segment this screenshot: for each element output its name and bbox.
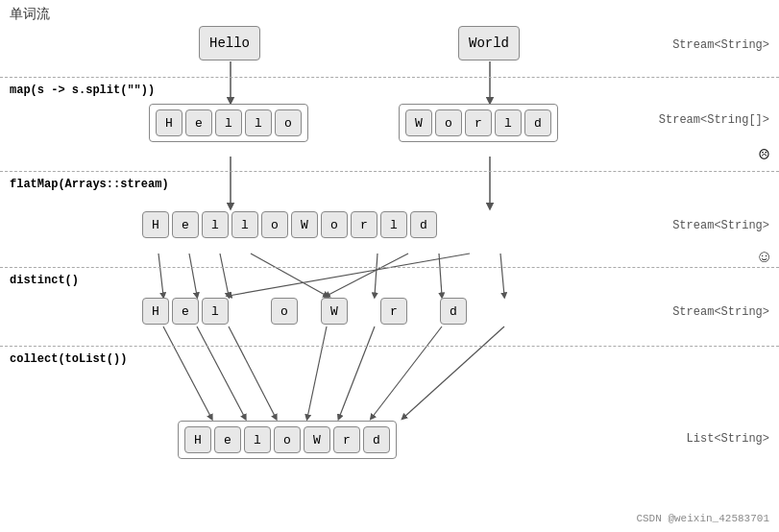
row2-chars: H e l l o W o r l d [142,211,437,238]
row0-world-box: World [458,26,520,60]
char-W1: W [405,109,432,136]
flat-d: d [410,211,437,238]
svg-line-9 [327,254,408,296]
char-l3: l [495,109,522,136]
dist-d: d [440,298,467,325]
divider-1 [0,77,779,78]
char-H1: H [156,109,183,136]
row2-emoji: ☺ [759,248,769,267]
dist-W: W [321,298,348,325]
row2-label: Stream<String> [672,219,769,232]
flat-W: W [291,211,318,238]
coll-e: e [214,426,241,453]
row3-op: distinct() [10,274,79,287]
svg-line-13 [163,326,211,418]
svg-line-4 [158,254,163,296]
row1-hello-outer: H e l l o [149,104,308,142]
svg-line-17 [339,326,375,418]
coll-d: d [363,426,390,453]
row2-op: flatMap(Arrays::stream) [10,178,169,191]
coll-W: W [304,426,330,453]
svg-line-11 [229,254,470,296]
svg-line-14 [197,326,245,418]
row1-op: map(s -> s.split("")) [10,84,155,97]
coll-H: H [184,426,211,453]
svg-line-10 [439,254,442,296]
dist-e: e [172,298,199,325]
flat-l2: l [231,211,258,238]
svg-line-6 [220,254,229,296]
svg-line-8 [375,254,377,296]
flat-o2: o [321,211,348,238]
divider-2 [0,171,779,172]
page-title: 单词流 [10,6,50,23]
svg-line-16 [307,326,327,418]
row1-emoji: ☹ [759,144,769,165]
row0-hello-box: Hello [199,26,260,60]
svg-line-15 [229,326,276,418]
coll-r: r [333,426,360,453]
svg-line-19 [403,326,504,418]
char-l1: l [215,109,242,136]
dist-r: r [380,298,407,325]
row0-label: Stream<String> [672,38,769,52]
char-d1: d [524,109,551,136]
svg-line-18 [372,326,442,418]
row4-collect-outer: H e l o W r d [178,421,397,459]
flat-H: H [142,211,169,238]
dist-l: l [202,298,229,325]
row1-world-outer: W o r l d [399,104,558,142]
row3-chars: H e l o W r d [142,298,467,325]
row4-label: List<String> [687,432,769,446]
flat-l3: l [380,211,407,238]
char-r1: r [465,109,492,136]
dist-o: o [271,298,298,325]
svg-line-7 [251,254,327,296]
row3-label: Stream<String> [672,305,769,319]
divider-3 [0,267,779,268]
char-l2: l [245,109,272,136]
flat-r: r [351,211,377,238]
svg-line-5 [189,254,197,296]
row1-label: Stream<String[]> [659,113,769,127]
coll-l: l [244,426,271,453]
dist-H: H [142,298,169,325]
flat-e: e [172,211,199,238]
flat-l1: l [202,211,229,238]
watermark: CSDN @weixin_42583701 [636,513,769,524]
divider-4 [0,346,779,347]
char-e1: e [185,109,212,136]
flat-o1: o [261,211,288,238]
svg-line-12 [500,254,504,296]
row4-op: collect(toList()) [10,352,127,366]
char-o2: o [435,109,462,136]
char-o1: o [275,109,302,136]
coll-o: o [274,426,301,453]
